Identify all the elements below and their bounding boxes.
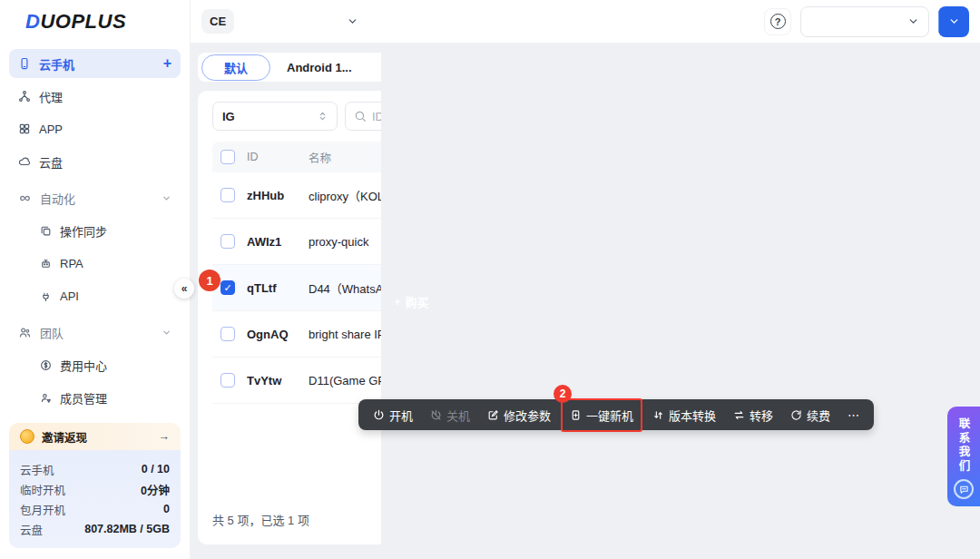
help-button[interactable]: ? [764,8,791,35]
bulk-action-toolbar: 开机 关机 修改参数 2 一键新机 版本转换 [358,399,874,430]
sidebar-item-operation-sync[interactable]: 操作同步 [9,216,181,245]
bulk-renew[interactable]: 续费 [790,407,830,424]
stat-row-temp-boot: 临时开机 0分钟 [20,479,170,499]
sidebar-item-label: 代理 [39,88,172,105]
sidebar-item-api[interactable]: API [9,281,181,310]
sidebar-item-cloud-disk[interactable]: 云盘 [9,147,181,176]
quota-stats-panel: 云手机 0 / 10 临时开机 0分钟 包月开机 0 云盘 807.82MB /… [9,450,181,548]
bulk-power-on[interactable]: 开机 [373,407,413,424]
chevron-down-icon [162,328,172,338]
sidebar-group-team[interactable]: 团队 [9,318,181,347]
row-checkbox[interactable] [220,327,235,341]
account-select[interactable] [800,6,929,37]
sidebar-item-proxy[interactable]: 代理 [9,82,181,111]
dollar-circle-icon [40,359,52,371]
bulk-more-button[interactable]: ⋯ [848,408,859,422]
arrow-right-icon: → [159,430,171,443]
stat-label: 云盘 [20,521,43,538]
new-machine-icon [570,409,582,421]
row-checkbox[interactable] [220,188,235,202]
stat-value: 0 [163,503,170,515]
coin-icon [20,429,34,444]
power-off-icon [430,409,442,421]
bulk-one-key-new-machine[interactable]: 2 一键新机 [561,398,642,432]
robot-icon [40,258,52,270]
clone-icon [40,225,52,237]
cloud-phone-icon [18,57,31,70]
plug-icon [40,290,52,302]
workspace-chevron-down-icon[interactable] [347,15,358,27]
row-checkbox-checked[interactable]: ✓ [220,280,235,295]
sidebar-item-app[interactable]: APP [9,114,181,143]
sidebar-menu: 云手机 + 代理 APP 云盘 自动化 操作同 [0,44,190,417]
sidebar-item-billing-center[interactable]: 费用中心 [9,350,181,379]
chevron-down-icon [948,15,960,27]
search-icon [354,110,367,123]
add-cloud-phone-button[interactable]: + [163,55,172,72]
cloud-icon [18,155,31,168]
sidebar-item-label: APP [39,123,172,136]
row-checkbox[interactable] [220,373,235,387]
brand-logo-rest: UOPLUS [40,10,126,34]
proxy-icon [18,90,31,103]
stat-row-cloud-disk: 云盘 807.82MB / 5GB [20,519,170,539]
power-icon [373,409,385,421]
column-header-id: ID [247,151,309,163]
buy-dropdown-button[interactable] [939,6,969,37]
sidebar-item-operation-log[interactable]: 操作日志 [9,416,181,417]
member-icon [40,392,52,404]
sidebar-item-rpa[interactable]: RPA [9,249,181,278]
stat-value: 0 / 10 [142,463,170,476]
select-updown-icon [318,111,328,122]
selection-summary: 共 5 项，已选 1 项 [212,511,309,528]
sidebar-item-label: 成员管理 [60,389,172,407]
sidebar-collapse-button[interactable]: « [174,279,194,299]
chat-bubble-icon[interactable] [954,479,974,499]
sidebar-item-cloud-phone[interactable]: 云手机 + [9,49,181,78]
stat-value: 0分钟 [141,481,170,498]
app-grid-icon [18,123,31,135]
contact-us-label: 联系我们 [956,417,973,474]
stat-row-cloud-phone: 云手机 0 / 10 [20,459,170,479]
row-checkbox[interactable] [220,234,235,249]
version-convert-icon [652,409,664,421]
team-icon [18,326,32,339]
brand-logo: DUOPLUS [0,0,190,44]
stat-label: 包月开机 [20,501,65,518]
app-root: DUOPLUS 云手机 + 代理 APP 云盘 自动化 [0,0,980,559]
bulk-power-off: 关机 [430,407,470,424]
edit-icon [487,409,499,421]
select-all-checkbox[interactable] [220,150,235,164]
sidebar-item-member-management[interactable]: 成员管理 [9,383,181,412]
tab-android-1[interactable]: Android 1... [270,56,368,79]
sidebar-item-label: 云手机 [39,55,155,73]
annotation-step-1: 1 [199,270,220,291]
invite-cashback-banner[interactable]: 邀请返现 → [9,423,181,450]
bulk-edit-params[interactable]: 修改参数 [487,407,551,424]
topbar-right-group: ? + 购买 [764,6,969,37]
renew-icon [790,409,802,421]
stat-value: 807.82MB / 5GB [84,523,170,535]
stat-label: 云手机 [20,461,54,478]
workspace-badge[interactable]: CE [201,9,234,34]
group-filter-value: IG [222,110,235,123]
annotation-step-2: 2 [554,385,572,403]
cell-id: AWIz1 [247,235,309,249]
bulk-version-convert[interactable]: 版本转换 [652,407,716,424]
sidebar-item-label: 费用中心 [60,357,172,374]
stat-row-monthly-boot: 包月开机 0 [20,499,170,519]
tab-default[interactable]: 默认 [201,54,270,81]
buy-split-button: + 购买 [938,6,969,37]
contact-us-widget[interactable]: 联系我们 [947,407,980,506]
cell-id: TvYtw [247,374,309,387]
sidebar-group-label: 自动化 [40,190,153,207]
cell-id: qTLtf [247,281,309,295]
topbar: CE ? + 购买 [191,0,980,44]
chevron-down-icon [162,193,172,203]
group-filter-select[interactable]: IG [212,102,338,131]
sidebar-group-label: 团队 [40,324,153,341]
bulk-transfer[interactable]: 转移 [733,407,773,424]
sidebar-group-automation[interactable]: 自动化 [9,183,181,212]
invite-cashback-label: 邀请返现 [42,428,87,446]
sidebar-item-label: RPA [60,257,172,270]
